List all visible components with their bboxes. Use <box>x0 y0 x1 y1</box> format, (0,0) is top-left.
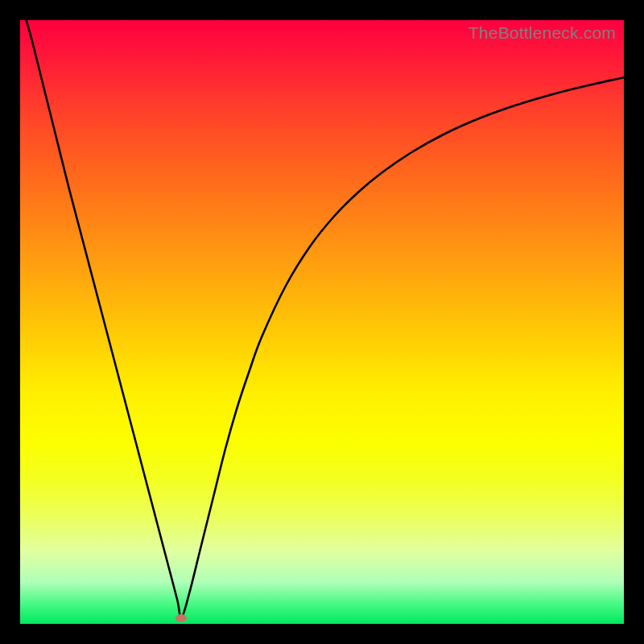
plot-area: TheBottleneck.com <box>20 20 624 624</box>
bottleneck-curve <box>27 20 625 618</box>
curve-svg <box>20 20 624 624</box>
minimum-marker <box>175 614 187 622</box>
watermark-text: TheBottleneck.com <box>469 23 616 43</box>
chart-frame: TheBottleneck.com <box>0 0 644 644</box>
